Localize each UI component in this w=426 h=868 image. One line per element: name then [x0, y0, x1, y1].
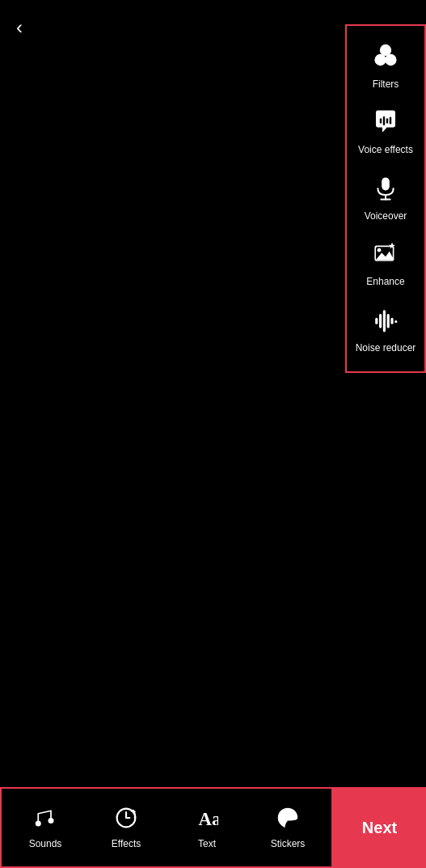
enhance-icon [373, 241, 399, 273]
sounds-label: Sounds [29, 838, 62, 849]
svg-point-21 [36, 820, 41, 826]
svg-point-22 [49, 818, 54, 824]
sidebar-item-noise-reducer[interactable]: Noise reducer [347, 298, 424, 363]
voiceover-label: Voiceover [365, 210, 407, 222]
right-sidebar: Filters Voice effects Voiceov [345, 24, 426, 373]
next-button[interactable]: Next [333, 787, 426, 868]
svg-point-2 [385, 54, 396, 66]
voice-effects-icon [373, 109, 399, 141]
sidebar-item-enhance[interactable]: Enhance [347, 231, 424, 297]
noise-reducer-icon [373, 307, 399, 339]
sidebar-item-filters[interactable]: Filters [347, 34, 424, 100]
next-label: Next [362, 819, 397, 837]
voice-effects-label: Voice effects [358, 144, 413, 155]
tool-effects[interactable]: Effects [86, 803, 167, 853]
svg-rect-7 [382, 177, 390, 190]
svg-rect-18 [387, 314, 390, 328]
stickers-icon [276, 807, 299, 835]
filters-icon [373, 44, 399, 75]
noise-reducer-label: Noise reducer [356, 342, 416, 354]
svg-text:Aa: Aa [199, 808, 219, 828]
text-label: Text [198, 838, 216, 849]
stickers-label: Stickers [271, 838, 306, 849]
sidebar-item-voice-effects[interactable]: Voice effects [347, 100, 424, 165]
bottom-tools: Sounds Effects Aa Text [0, 787, 333, 868]
tool-text[interactable]: Aa Text [167, 803, 247, 853]
svg-point-1 [374, 54, 386, 66]
bottom-toolbar: Sounds Effects Aa Text [0, 787, 426, 868]
svg-rect-17 [383, 310, 386, 332]
svg-point-13 [377, 248, 382, 252]
svg-rect-6 [390, 117, 391, 125]
enhance-label: Enhance [366, 276, 404, 287]
svg-rect-19 [390, 317, 393, 324]
text-icon: Aa [196, 807, 218, 835]
filters-label: Filters [373, 78, 399, 90]
tool-stickers[interactable]: Stickers [247, 803, 328, 853]
svg-rect-15 [375, 317, 377, 324]
effects-label: Effects [112, 838, 141, 849]
svg-rect-16 [379, 314, 382, 328]
sidebar-item-voiceover[interactable]: Voiceover [347, 166, 424, 231]
voiceover-icon [373, 176, 399, 207]
svg-rect-4 [383, 116, 385, 125]
svg-rect-20 [394, 320, 397, 323]
tool-sounds[interactable]: Sounds [5, 803, 86, 853]
sounds-icon [34, 807, 57, 835]
svg-rect-3 [380, 119, 382, 124]
effects-icon [115, 807, 137, 835]
svg-rect-5 [386, 119, 388, 124]
back-button[interactable]: ‹ [16, 16, 23, 39]
